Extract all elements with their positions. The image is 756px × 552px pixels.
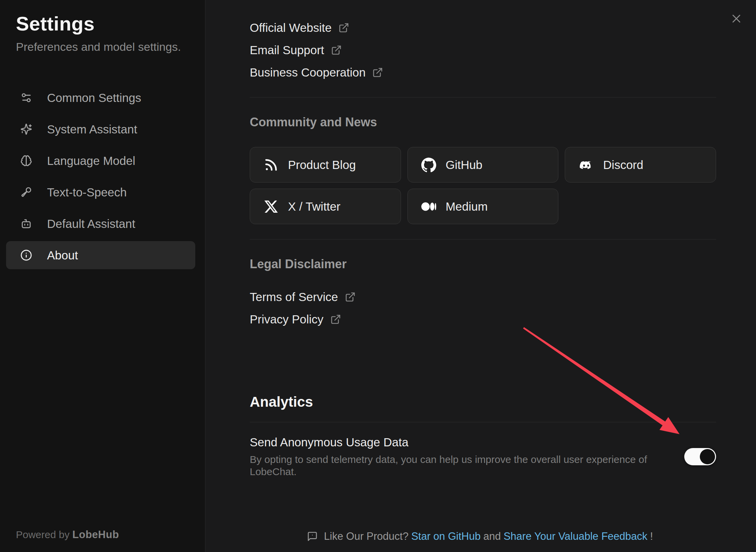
button-label: Medium (446, 200, 488, 213)
setting-description: By opting to send telemetry data, you ca… (250, 453, 684, 478)
footer-text: ! (650, 530, 653, 543)
email-support-link[interactable]: Email Support (250, 39, 342, 61)
setting-label: Send Anonymous Usage Data (250, 435, 684, 449)
send-usage-data-toggle[interactable] (684, 448, 716, 465)
legal-links: Terms of Service Privacy Policy (250, 286, 716, 331)
sidebar-item-about[interactable]: About (6, 241, 195, 269)
settings-nav: Common Settings System Assistant Languag… (6, 84, 195, 273)
business-cooperation-link[interactable]: Business Cooperation (250, 61, 383, 84)
button-label: X / Twitter (288, 200, 340, 213)
sidebar-item-system-assistant[interactable]: System Assistant (6, 115, 195, 143)
community-buttons: Product Blog GitHub (250, 147, 716, 224)
legal-heading: Legal Disclaimer (250, 256, 716, 272)
github-icon (421, 157, 436, 172)
sparkles-icon (20, 123, 32, 135)
button-label: GitHub (446, 158, 483, 172)
rss-icon (264, 157, 279, 172)
link-label: Business Cooperation (250, 66, 365, 79)
share-feedback-link[interactable]: Share Your Valuable Feedback (504, 530, 647, 543)
sidebar-item-label: About (47, 249, 78, 262)
github-button[interactable]: GitHub (407, 147, 559, 183)
close-icon (731, 14, 741, 24)
about-panel: Contact Us Official Website Email Suppor… (205, 0, 756, 552)
mic-icon (20, 186, 32, 198)
contact-heading: Contact Us (250, 0, 716, 2)
button-label: Discord (603, 158, 643, 172)
bot-icon (20, 218, 32, 230)
sidebar-item-text-to-speech[interactable]: Text-to-Speech (6, 178, 195, 206)
page-subtitle: Preferences and model settings. (16, 40, 189, 54)
info-icon (20, 249, 32, 261)
powered-by: Powered by LobeHub (16, 529, 119, 541)
sidebar-item-label: Default Assistant (47, 217, 135, 231)
page-title: Settings (16, 12, 189, 35)
settings-sliders-icon (20, 92, 32, 104)
settings-modal: Settings Preferences and model settings.… (0, 0, 756, 552)
sidebar-item-language-model[interactable]: Language Model (6, 147, 195, 175)
close-button[interactable] (729, 11, 744, 26)
discord-button[interactable]: Discord (565, 147, 716, 183)
product-blog-button[interactable]: Product Blog (250, 147, 401, 183)
external-link-icon (345, 292, 356, 302)
external-link-icon (331, 45, 342, 56)
external-link-icon (372, 67, 383, 78)
settings-sidebar: Settings Preferences and model settings.… (0, 0, 205, 552)
analytics-heading: Analytics (250, 394, 716, 410)
divider (250, 422, 716, 422)
official-website-link[interactable]: Official Website (250, 17, 349, 39)
send-usage-data-setting: Send Anonymous Usage Data By opting to s… (250, 435, 716, 478)
terms-of-service-link[interactable]: Terms of Service (250, 286, 356, 308)
feedback-message-icon (307, 531, 318, 542)
link-label: Email Support (250, 43, 324, 57)
sidebar-item-default-assistant[interactable]: Default Assistant (6, 210, 195, 238)
medium-button[interactable]: Medium (407, 189, 559, 224)
contact-links: Official Website Email Support Business … (250, 17, 716, 84)
divider (250, 97, 716, 98)
x-twitter-button[interactable]: X / Twitter (250, 189, 401, 224)
toggle-knob (700, 449, 715, 464)
link-label: Privacy Policy (250, 313, 324, 326)
setting-text: Send Anonymous Usage Data By opting to s… (250, 435, 684, 478)
footer-text: and (483, 530, 501, 543)
link-label: Official Website (250, 21, 332, 35)
brain-icon (20, 155, 32, 167)
footer-text: Like Our Product? (324, 530, 408, 543)
medium-icon (421, 199, 436, 214)
sidebar-item-common-settings[interactable]: Common Settings (6, 84, 195, 112)
community-heading: Community and News (250, 114, 716, 130)
external-link-icon (330, 314, 341, 325)
divider (250, 239, 716, 239)
button-label: Product Blog (288, 158, 356, 172)
lobehub-logo: LobeHub (72, 529, 119, 540)
star-on-github-link[interactable]: Star on GitHub (411, 530, 481, 543)
sidebar-item-label: Text-to-Speech (47, 186, 127, 199)
feedback-footer: Like Our Product? Star on GitHub and Sha… (205, 530, 756, 543)
sidebar-item-label: System Assistant (47, 123, 137, 136)
powered-by-text: Powered by (16, 529, 69, 540)
sidebar-item-label: Common Settings (47, 91, 141, 105)
link-label: Terms of Service (250, 290, 338, 304)
discord-icon (579, 157, 594, 172)
sidebar-item-label: Language Model (47, 154, 135, 168)
privacy-policy-link[interactable]: Privacy Policy (250, 308, 341, 331)
x-twitter-icon (264, 199, 279, 214)
external-link-icon (338, 22, 349, 33)
